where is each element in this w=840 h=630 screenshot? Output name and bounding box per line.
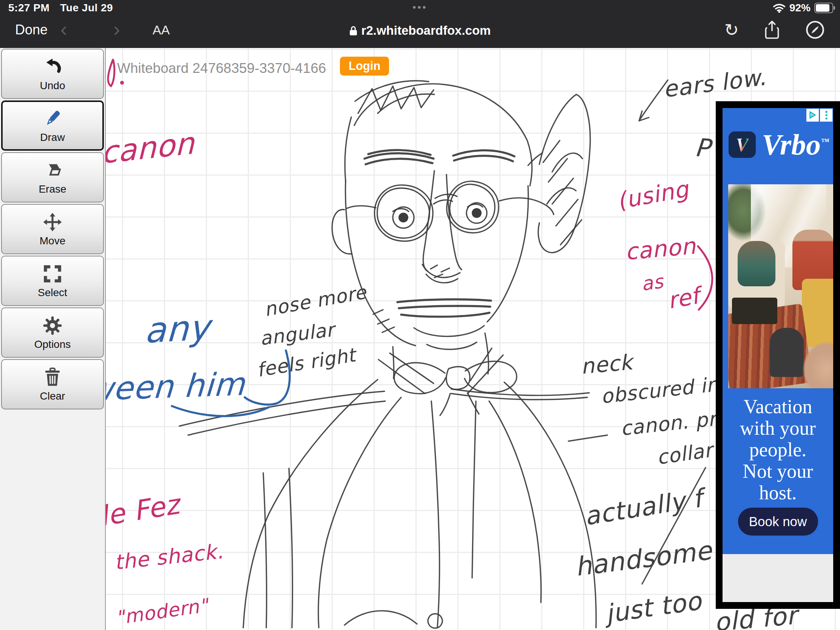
annotation-ween-him: ween him — [86, 365, 246, 408]
address-bar[interactable]: r2.whiteboardfox.com — [349, 24, 491, 38]
undo-icon — [42, 56, 63, 77]
annotation-neck: neck — [580, 350, 633, 379]
undo-button[interactable]: Undo — [1, 49, 104, 99]
tool-label: Draw — [40, 131, 65, 144]
ad-photo — [728, 184, 833, 388]
pencil-icon — [42, 108, 63, 129]
move-button[interactable]: Move — [1, 204, 104, 254]
options-button[interactable]: Options — [1, 308, 104, 358]
ad-menu-icon[interactable] — [820, 109, 832, 122]
book-now-button[interactable]: Book now — [738, 508, 818, 535]
forward-button[interactable]: › — [113, 17, 120, 41]
vrbo-app-icon: V — [729, 131, 756, 158]
tool-panel: Undo Draw Erase Move — [0, 48, 106, 630]
tool-label: Undo — [40, 80, 65, 92]
annotation-ref: ref — [665, 282, 701, 314]
whiteboard-title: Whiteboard 24768359-3370-4166 — [117, 60, 326, 76]
ad-footer-area — [723, 554, 833, 602]
annotation-any: any — [144, 307, 210, 351]
handoff-dots-icon: ••• — [412, 2, 427, 13]
move-icon — [42, 212, 63, 233]
vrbo-ad[interactable]: V Vrbo™ Vacation with your people. — [716, 101, 840, 609]
safari-toolbar: Done ‹ › AA r2.whiteboardfox.com ↻ — [0, 15, 840, 48]
battery-icon — [814, 3, 833, 13]
draw-button[interactable]: Draw — [1, 101, 104, 151]
trash-icon — [42, 367, 63, 388]
sofa-shape — [802, 279, 833, 347]
table-shape — [732, 298, 777, 324]
erase-button[interactable]: Erase — [1, 152, 104, 202]
url-text: r2.whiteboardfox.com — [362, 24, 491, 38]
clear-button[interactable]: Clear — [1, 359, 104, 409]
wifi-icon — [773, 3, 786, 13]
login-button[interactable]: Login — [340, 57, 389, 76]
text-size-button[interactable]: AA — [153, 23, 170, 37]
select-icon — [42, 263, 63, 284]
gear-icon — [42, 315, 63, 336]
select-button[interactable]: Select — [1, 256, 104, 306]
status-bar: 5:27 PMTue Jul 29 ••• 92% — [0, 0, 840, 15]
clock: 5:27 PM — [8, 2, 49, 14]
reload-icon[interactable]: ↻ — [724, 20, 739, 40]
annotation-p-partial: P — [694, 133, 711, 163]
battery-percent: 92% — [789, 2, 810, 14]
tool-label: Erase — [38, 183, 66, 195]
person-3-shape — [770, 328, 804, 377]
vrbo-wordmark: Vrbo™ — [762, 130, 829, 159]
foreground-arm-shape — [804, 343, 833, 388]
ad-headline: Vacation with your people. Not your host… — [723, 396, 833, 504]
screen: canon any ween him nose more angular fee… — [0, 0, 840, 630]
back-button[interactable]: ‹ — [60, 17, 67, 41]
status-date: Tue Jul 29 — [60, 2, 113, 14]
tool-label: Move — [39, 235, 65, 247]
tool-label: Select — [38, 287, 67, 299]
tool-label: Options — [35, 338, 71, 351]
share-icon[interactable] — [764, 20, 780, 39]
annotation-as: as — [640, 270, 665, 295]
tabs-compass-icon[interactable] — [805, 20, 825, 39]
lock-icon — [349, 25, 358, 36]
ad-body: V Vrbo™ Vacation with your people. — [723, 108, 833, 554]
eraser-icon — [42, 160, 63, 181]
tool-label: Clear — [40, 390, 65, 402]
done-button[interactable]: Done — [15, 22, 47, 38]
browser-chrome: 5:27 PMTue Jul 29 ••• 92% Done ‹ › AA — [0, 0, 840, 48]
adchoices-icon[interactable] — [806, 109, 819, 122]
vrbo-logo: V Vrbo™ — [729, 130, 829, 159]
person-1-shape — [737, 241, 775, 286]
